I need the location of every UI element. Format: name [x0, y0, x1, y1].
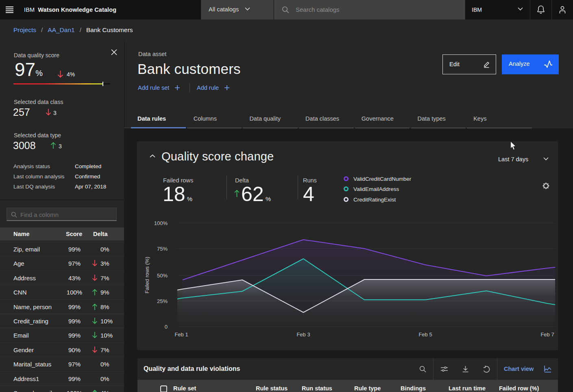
svg-text:Feb 1: Feb 1: [174, 331, 188, 338]
svg-text:Feb 5: Feb 5: [418, 331, 432, 338]
svg-text:75%: 75%: [157, 246, 168, 252]
svg-text:0: 0: [165, 324, 168, 330]
svg-text:100%: 100%: [154, 220, 168, 226]
svg-text:Feb 3: Feb 3: [296, 331, 310, 338]
svg-text:50%: 50%: [157, 273, 168, 279]
svg-text:Feb 7: Feb 7: [540, 331, 554, 338]
svg-text:25%: 25%: [157, 298, 168, 304]
svg-text:Failed rows (%): Failed rows (%): [144, 257, 150, 293]
